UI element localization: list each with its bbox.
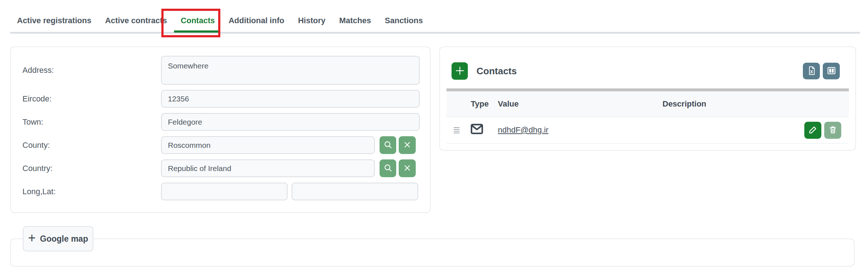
tab-label: Active contracts xyxy=(105,16,167,25)
tab-label: Sanctions xyxy=(385,16,423,25)
contact-table-row: ndhdF@dhg.ir xyxy=(446,117,849,143)
trash-icon xyxy=(828,125,838,136)
google-map-button-label: Google map xyxy=(40,234,88,244)
address-row: Address: Somewhere xyxy=(22,56,420,85)
country-row: Country: xyxy=(22,159,420,177)
contacts-panel-title: Contacts xyxy=(477,66,517,77)
tab-contacts[interactable]: Contacts xyxy=(174,9,222,32)
eircode-input[interactable] xyxy=(161,90,420,108)
tab-active-contracts[interactable]: Active contracts xyxy=(98,9,174,32)
excel-file-icon xyxy=(807,66,816,76)
pencil-icon xyxy=(808,125,818,136)
tab-label: History xyxy=(298,16,326,25)
envelope-icon xyxy=(471,127,483,136)
tab-bar-divider xyxy=(10,32,860,34)
longitude-input[interactable] xyxy=(161,183,288,200)
export-excel-button[interactable] xyxy=(803,63,820,79)
table-header-row: Type Value Description xyxy=(446,91,849,117)
town-row: Town: xyxy=(22,113,420,131)
search-icon xyxy=(383,163,393,174)
contacts-header: Contacts xyxy=(452,62,840,80)
country-input[interactable] xyxy=(161,159,375,177)
tab-matches[interactable]: Matches xyxy=(332,9,378,32)
tab-label: Additional info xyxy=(229,16,284,25)
address-label: Address: xyxy=(22,66,161,75)
search-icon xyxy=(383,140,393,151)
edit-contact-button[interactable] xyxy=(804,122,821,139)
close-icon xyxy=(403,163,412,174)
county-row: County: xyxy=(22,136,420,154)
tab-label: Active registrations xyxy=(17,16,91,25)
drag-handle-icon[interactable] xyxy=(454,127,460,133)
google-map-container xyxy=(10,238,855,267)
address-input[interactable]: Somewhere xyxy=(161,56,420,85)
country-clear-button[interactable] xyxy=(399,159,416,177)
latitude-input[interactable] xyxy=(292,183,418,200)
tab-sanctions[interactable]: Sanctions xyxy=(378,9,430,32)
longlat-label: Long,Lat: xyxy=(22,187,161,196)
description-column-header: Description xyxy=(659,99,849,109)
plus-icon xyxy=(454,65,465,77)
contact-email-link[interactable]: ndhdF@dhg.ir xyxy=(498,125,549,134)
close-icon xyxy=(403,140,412,150)
table-horizontal-scrollbar[interactable] xyxy=(446,88,849,91)
value-column-header: Value xyxy=(494,99,659,109)
type-column-header: Type xyxy=(467,99,494,109)
row-actions xyxy=(804,122,841,139)
plus-icon: + xyxy=(28,232,36,245)
table-columns-icon xyxy=(827,66,836,76)
tab-bar: Active registrations Active contracts Co… xyxy=(10,9,430,32)
tab-label: Contacts xyxy=(181,16,215,25)
town-input[interactable] xyxy=(161,113,420,131)
choose-columns-button[interactable] xyxy=(823,63,840,79)
contacts-card: Contacts Type Value Description xyxy=(439,46,856,151)
google-map-button[interactable]: + Google map xyxy=(23,226,93,251)
tab-label: Matches xyxy=(339,16,371,25)
contacts-table: Type Value Description ndhdF@dhg.ir xyxy=(446,88,849,143)
longlat-row: Long,Lat: xyxy=(22,183,420,200)
county-input[interactable] xyxy=(161,136,375,154)
delete-contact-button[interactable] xyxy=(824,122,841,139)
tab-active-registrations[interactable]: Active registrations xyxy=(10,9,98,32)
tab-history[interactable]: History xyxy=(291,9,333,32)
country-label: Country: xyxy=(22,164,161,173)
country-search-button[interactable] xyxy=(380,159,396,177)
eircode-row: Eircode: xyxy=(22,90,420,108)
county-clear-button[interactable] xyxy=(399,136,416,154)
add-contact-button[interactable] xyxy=(452,62,468,80)
county-search-button[interactable] xyxy=(380,136,396,154)
eircode-label: Eircode: xyxy=(22,94,161,104)
tab-additional-info[interactable]: Additional info xyxy=(222,9,291,32)
county-label: County: xyxy=(22,141,161,150)
address-form-card: Address: Somewhere Eircode: Town: County… xyxy=(10,46,431,213)
town-label: Town: xyxy=(22,117,161,127)
